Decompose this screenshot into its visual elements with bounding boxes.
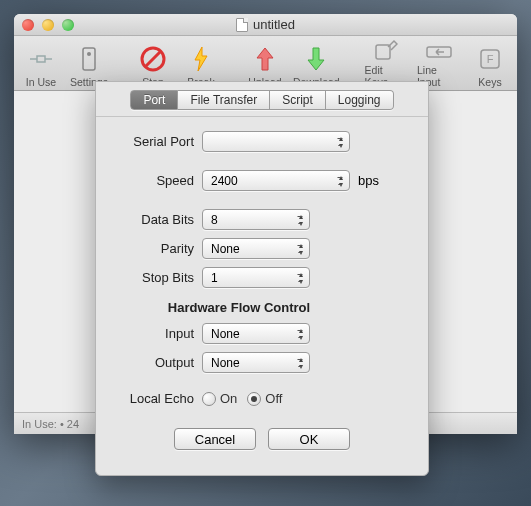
svg-rect-4 [376,45,390,59]
speed-label: Speed [114,173,202,188]
ok-button[interactable]: OK [268,428,350,450]
chevron-updown-icon: ▴▾ [299,327,303,341]
tab-logging[interactable]: Logging [326,90,394,110]
upload-icon [251,45,279,73]
port-form: Serial Port ▴▾ Speed 2400 ▴▾ bps Data Bi… [96,117,428,458]
window-title: untitled [14,17,517,32]
chevron-updown-icon: ▴▾ [299,242,303,256]
local-echo-group: On Off [202,391,282,406]
parity-label: Parity [114,241,202,256]
keys-icon: F [476,45,504,73]
svg-line-3 [146,52,160,66]
local-echo-on[interactable]: On [202,391,237,406]
data-bits-popup[interactable]: 8 ▴▾ [202,209,310,230]
cancel-button[interactable]: Cancel [174,428,256,450]
stop-icon [139,45,167,73]
output-popup[interactable]: None ▴▾ [202,352,310,373]
download-icon [302,45,330,73]
stop-bits-popup[interactable]: 1 ▴▾ [202,267,310,288]
toolbar-in-use[interactable]: In Use [18,40,64,90]
chevron-updown-icon: ▴▾ [339,174,343,188]
zoom-icon[interactable] [62,19,74,31]
bolt-icon [187,45,215,73]
svg-point-1 [87,52,91,56]
status-text: In Use: • 24 [22,418,79,430]
tab-script[interactable]: Script [270,90,326,110]
data-bits-label: Data Bits [114,212,202,227]
radio-icon [202,392,216,406]
radio-icon [247,392,261,406]
local-echo-label: Local Echo [114,391,202,406]
serial-port-label: Serial Port [114,134,202,149]
chevron-updown-icon: ▴▾ [299,271,303,285]
chevron-updown-icon: ▴▾ [299,213,303,227]
speed-suffix: bps [358,173,379,188]
window-title-text: untitled [253,17,295,32]
tab-bar: Port File Transfer Script Logging [96,82,428,110]
output-label: Output [114,355,202,370]
switch-icon [75,45,103,73]
traffic-lights [14,19,74,31]
chevron-updown-icon: ▴▾ [339,135,343,149]
serial-port-popup[interactable]: ▴▾ [202,131,350,152]
svg-rect-0 [83,48,95,70]
tab-file-transfer[interactable]: File Transfer [178,90,270,110]
flow-control-title: Hardware Flow Control [154,300,324,315]
document-icon [236,18,248,32]
chevron-updown-icon: ▴▾ [299,356,303,370]
input-popup[interactable]: None ▴▾ [202,323,310,344]
edit-keys-icon [372,39,400,61]
speed-popup[interactable]: 2400 ▴▾ [202,170,350,191]
minimize-icon[interactable] [42,19,54,31]
line-input-icon [425,42,453,61]
stop-bits-label: Stop Bits [114,270,202,285]
close-icon[interactable] [22,19,34,31]
tab-port[interactable]: Port [130,90,178,110]
toolbar-keys[interactable]: F Keys [467,40,513,90]
parity-popup[interactable]: None ▴▾ [202,238,310,259]
settings-sheet: Port File Transfer Script Logging Serial… [95,81,429,476]
titlebar: untitled [14,14,517,36]
svg-text:F: F [487,53,494,65]
plug-icon [27,45,55,73]
local-echo-off[interactable]: Off [247,391,282,406]
input-label: Input [114,326,202,341]
